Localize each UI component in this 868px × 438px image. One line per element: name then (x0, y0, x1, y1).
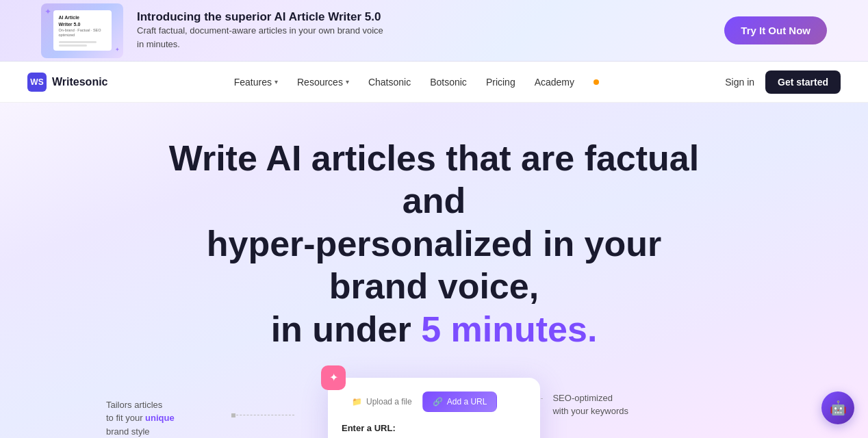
tab-add-url[interactable]: 🔗 Add a URL (422, 391, 498, 412)
nav-chatsonic[interactable]: Chatsonic (368, 77, 411, 88)
banner-content-left: ✦ AI Article Writer 5.0 On-brand · Factu… (41, 3, 383, 58)
announcement-banner: ✦ AI Article Writer 5.0 On-brand · Factu… (0, 0, 868, 62)
chevron-down-icon: ▾ (346, 78, 349, 86)
nav-botsonic[interactable]: Botsonic (430, 77, 467, 88)
banner-heading: Introducing the superior AI Article Writ… (137, 10, 383, 24)
notification-dot (593, 79, 599, 85)
nav-auth-buttons: Sign in Get started (725, 70, 841, 94)
mockup-subtitle: Writer 5.0 (59, 21, 106, 28)
banner-text-block: Introducing the superior AI Article Writ… (137, 10, 383, 51)
tailors-dot (231, 413, 235, 417)
hero-title-line3: in under (271, 309, 422, 349)
ui-demo-card: 📁 Upload a file 🔗 Add a URL Enter a URL:… (328, 378, 540, 438)
mockup-title: AI Article (59, 14, 106, 21)
signin-link[interactable]: Sign in (725, 77, 754, 88)
logo-icon: WS (27, 73, 47, 92)
nav-features[interactable]: Features ▾ (234, 77, 278, 88)
url-prompt-label: Enter a URL: (342, 423, 526, 433)
banner-subtext: Craft factual, document-aware articles i… (137, 24, 383, 51)
tab-upload-file[interactable]: 📁 Upload a file (342, 391, 422, 412)
banner-mockup-image: ✦ AI Article Writer 5.0 On-brand · Factu… (41, 3, 123, 58)
logo-initials: WS (30, 77, 43, 87)
logo-text: Writesonic (52, 76, 108, 88)
demo-area: Tailors articles to fit your unique bran… (0, 378, 868, 438)
seo-line1: SEO-optimized (552, 393, 612, 403)
tailors-unique: unique (145, 413, 175, 423)
hero-section: Write AI articles that are factual and h… (0, 103, 868, 438)
tab-upload-label: Upload a file (366, 397, 412, 407)
tailors-line2: to fit your (106, 413, 145, 423)
brand-icon: ✦ (321, 365, 346, 390)
url-section: Enter a URL: Exact URL ▾ Domain (342, 423, 526, 438)
banner-cta-button[interactable]: Try It Out Now (724, 16, 827, 44)
hero-title: Write AI articles that are factual and h… (160, 137, 708, 350)
label-seo: SEO-optimized with your keywords (552, 391, 628, 418)
chevron-down-icon: ▾ (275, 78, 278, 86)
upload-icon: 📁 (352, 397, 362, 407)
tab-url-label: Add a URL (447, 397, 487, 407)
nav-resources[interactable]: Resources ▾ (297, 77, 349, 88)
seo-line2: with your keywords (552, 406, 628, 416)
chat-icon: 🤖 (830, 400, 847, 416)
hero-title-line1: Write AI articles that are factual and (169, 138, 700, 220)
hero-title-line2: hyper-personalized in your brand voice, (207, 224, 662, 306)
main-nav: WS Writesonic Features ▾ Resources ▾ Cha… (0, 62, 868, 103)
tailors-line1: Tailors articles (106, 400, 162, 410)
chat-button[interactable]: 🤖 (821, 391, 854, 424)
hero-title-highlight: 5 minutes. (421, 309, 597, 349)
nav-pricing[interactable]: Pricing (486, 77, 515, 88)
tailors-dashed-line (233, 415, 294, 415)
get-started-button[interactable]: Get started (765, 70, 841, 94)
mockup-tags: On-brand · Factual · SEO optimized (59, 28, 106, 38)
label-tailors: Tailors articles to fit your unique bran… (106, 398, 175, 438)
nav-links: Features ▾ Resources ▾ Chatsonic Botsoni… (234, 77, 599, 88)
tailors-line3: brand style (106, 426, 150, 437)
logo[interactable]: WS Writesonic (27, 73, 108, 92)
nav-academy[interactable]: Academy (535, 77, 574, 88)
link-icon: 🔗 (433, 397, 443, 407)
ui-tabs: 📁 Upload a file 🔗 Add a URL (342, 391, 526, 412)
